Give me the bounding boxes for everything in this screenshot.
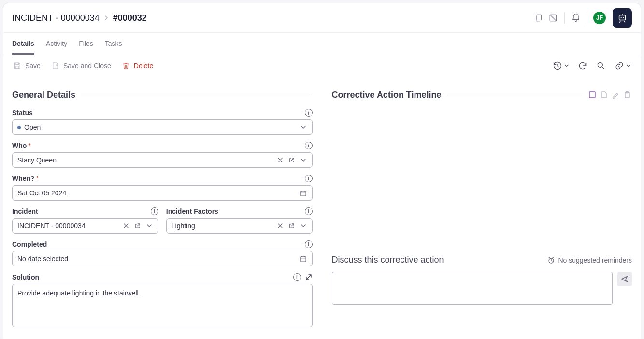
tab-activity[interactable]: Activity <box>46 33 67 55</box>
calendar-icon[interactable] <box>300 189 307 197</box>
incident-factors-label: Incident Factors <box>166 207 218 215</box>
svg-rect-7 <box>301 256 306 261</box>
incident-factors-value: Lighting <box>172 222 272 230</box>
chevron-down-icon <box>300 222 307 230</box>
when-value: Sat Oct 05 2024 <box>17 189 296 197</box>
delete-button[interactable]: Delete <box>122 61 153 70</box>
open-external-icon[interactable] <box>288 156 296 164</box>
status-dot-icon <box>17 126 21 129</box>
who-value: Stacy Queen <box>17 156 272 164</box>
breadcrumb: INCIDENT - 00000034 #000032 <box>12 13 147 23</box>
breadcrumb-current: #000032 <box>113 13 147 23</box>
chevron-right-icon <box>104 15 108 21</box>
reminders-text: No suggested reminders <box>558 256 632 264</box>
svg-rect-6 <box>301 191 306 195</box>
calendar-icon[interactable] <box>300 255 307 263</box>
clipboard-icon[interactable] <box>623 91 632 100</box>
timeline-column: Corrective Action Timeline Discuss this … <box>332 81 632 334</box>
info-icon[interactable]: i <box>305 240 313 248</box>
discuss-input[interactable] <box>332 272 613 305</box>
toolbar: Save Save and Close Delete <box>3 55 641 76</box>
history-dropdown[interactable] <box>553 61 569 71</box>
completed-value: No date selected <box>17 255 296 263</box>
suggested-reminders[interactable]: No suggested reminders <box>547 256 632 264</box>
clear-icon[interactable] <box>276 156 284 164</box>
general-details-column: General Details Status i Open Who * <box>12 81 313 334</box>
open-external-icon[interactable] <box>288 222 296 230</box>
incident-value: INCIDENT - 00000034 <box>17 222 118 230</box>
tab-tasks[interactable]: Tasks <box>105 33 122 55</box>
send-icon <box>621 275 629 283</box>
info-icon[interactable]: i <box>293 273 301 281</box>
solution-label: Solution <box>12 273 39 281</box>
save-button[interactable]: Save <box>13 61 41 70</box>
search-button[interactable] <box>596 61 606 71</box>
save-close-icon <box>51 61 60 70</box>
alarm-icon <box>547 256 555 264</box>
tabbar: Details Activity Files Tasks <box>3 33 641 55</box>
assistant-icon[interactable] <box>613 8 632 28</box>
svg-point-3 <box>621 17 622 18</box>
clear-icon[interactable] <box>122 222 130 230</box>
incident-select[interactable]: INCIDENT - 00000034 <box>12 218 158 234</box>
svg-rect-8 <box>589 92 595 98</box>
who-label: Who <box>12 142 27 149</box>
save-close-label: Save and Close <box>63 62 111 70</box>
file-icon[interactable] <box>600 91 609 100</box>
required-marker: * <box>28 142 30 149</box>
note-icon[interactable] <box>588 91 597 100</box>
who-select[interactable]: Stacy Queen <box>12 152 313 168</box>
link-icon <box>615 61 624 71</box>
completed-label: Completed <box>12 240 47 248</box>
solution-textarea[interactable]: Provide adequate lighting in the stairwe… <box>12 284 313 327</box>
delete-label: Delete <box>134 62 153 70</box>
incident-label: Incident <box>12 207 38 215</box>
divider <box>81 95 312 95</box>
completed-datepicker[interactable]: No date selected <box>12 251 313 266</box>
copy-icon[interactable] <box>533 13 544 23</box>
info-icon[interactable]: i <box>305 142 313 149</box>
chevron-down-icon <box>300 156 307 164</box>
when-label: When? <box>12 175 35 182</box>
refresh-icon <box>578 61 587 71</box>
svg-point-5 <box>598 62 602 67</box>
chevron-down-icon <box>564 63 569 68</box>
discuss-title: Discuss this corrective action <box>332 255 444 265</box>
solution-value: Provide adequate lighting in the stairwe… <box>17 289 141 297</box>
incident-factors-select[interactable]: Lighting <box>166 218 313 234</box>
link-dropdown[interactable] <box>615 61 631 71</box>
avatar[interactable]: JF <box>593 12 606 24</box>
info-icon[interactable]: i <box>305 109 313 117</box>
breadcrumb-parent[interactable]: INCIDENT - 00000034 <box>12 13 100 23</box>
edit-icon[interactable] <box>612 91 620 100</box>
tab-files[interactable]: Files <box>79 33 93 55</box>
info-icon[interactable]: i <box>305 175 313 182</box>
tab-details[interactable]: Details <box>12 33 34 55</box>
send-button[interactable] <box>617 272 632 286</box>
chevron-down-icon <box>145 222 153 230</box>
svg-rect-0 <box>537 15 541 20</box>
status-value: Open <box>24 123 296 131</box>
svg-rect-2 <box>619 15 626 20</box>
expand-icon[interactable] <box>305 273 313 281</box>
separator <box>564 12 565 24</box>
when-datepicker[interactable]: Sat Oct 05 2024 <box>12 185 313 201</box>
section-title-timeline: Corrective Action Timeline <box>332 90 442 100</box>
status-label: Status <box>12 109 33 117</box>
save-icon <box>13 61 22 70</box>
refresh-button[interactable] <box>578 61 587 71</box>
info-icon[interactable]: i <box>151 207 158 215</box>
svg-point-4 <box>623 17 624 18</box>
info-icon[interactable]: i <box>305 207 313 215</box>
chevron-down-icon <box>626 63 631 68</box>
search-icon <box>596 61 606 71</box>
open-external-icon[interactable] <box>134 222 142 230</box>
section-title-general: General Details <box>12 90 75 100</box>
separator <box>587 12 587 24</box>
clear-icon[interactable] <box>276 222 284 230</box>
diagram-icon[interactable] <box>548 13 558 23</box>
bell-icon[interactable] <box>571 13 581 23</box>
history-icon <box>553 61 562 71</box>
status-select[interactable]: Open <box>12 119 313 135</box>
save-and-close-button[interactable]: Save and Close <box>51 61 111 70</box>
